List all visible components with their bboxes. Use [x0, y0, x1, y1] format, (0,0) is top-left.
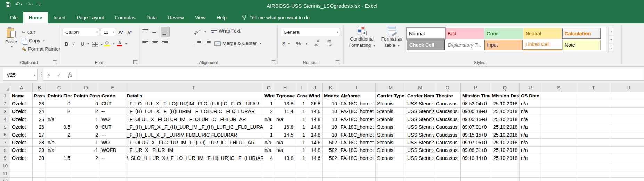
cell-O4[interactable]: Caucasus: [434, 115, 461, 123]
cell-M6[interactable]: Stennis: [376, 131, 406, 139]
cell-I8[interactable]: 1: [295, 147, 307, 154]
cell-F3[interactable]: _F_(H)_LUL_X _F_(H)LURIM _F_LOLURIC _FLO…: [125, 108, 263, 115]
cell-O2[interactable]: Caucasus: [434, 100, 461, 107]
cell-O11[interactable]: [434, 170, 461, 178]
gallery-more-icon[interactable]: ▼: [609, 44, 614, 52]
cell-M12[interactable]: [376, 178, 406, 181]
cell-O12[interactable]: [434, 178, 461, 181]
font-color-dropdown-icon[interactable]: ▾: [125, 42, 127, 45]
cell-T10[interactable]: [576, 162, 611, 170]
cell-N4[interactable]: USS Stennis: [406, 115, 434, 123]
cell-K8[interactable]: 502: [323, 147, 339, 154]
name-box[interactable]: V25 ▾: [3, 69, 38, 81]
cell-Q9[interactable]: 25.10.2018: [490, 154, 520, 162]
font-size-dropdown-icon[interactable]: ▾: [113, 31, 114, 34]
cell-R8[interactable]: n/a: [520, 147, 541, 154]
align-right-button[interactable]: [162, 40, 168, 47]
cell-G2[interactable]: 1: [263, 100, 275, 107]
cell-L6[interactable]: FA-18C_hornet: [339, 131, 376, 139]
cell-G9[interactable]: 4: [263, 154, 275, 162]
cell-H2[interactable]: 13.8: [275, 100, 295, 107]
cell-P5[interactable]: 09:07:01+0: [461, 123, 490, 131]
cell-Q1[interactable]: Mission Date: [490, 92, 520, 100]
cell-E4[interactable]: WO: [100, 115, 125, 123]
cell-I6[interactable]: 1: [295, 131, 307, 139]
cell-A10[interactable]: [10, 162, 33, 170]
cell-O6[interactable]: Caucasus: [434, 131, 461, 139]
align-bottom-button[interactable]: [161, 27, 169, 37]
cell-A12[interactable]: [10, 178, 33, 181]
cell-G4[interactable]: n/a: [263, 115, 275, 123]
cell-C8[interactable]: n/a: [46, 147, 72, 154]
cell-O5[interactable]: Caucasus: [434, 123, 461, 131]
cell-P11[interactable]: [461, 170, 490, 178]
wrap-text-button[interactable]: ↩ Wrap Text: [211, 27, 241, 35]
cell-N1[interactable]: Carrier Name: [406, 92, 434, 100]
cell-U4[interactable]: [611, 115, 644, 123]
cell-T5[interactable]: [576, 123, 611, 131]
format-as-table-button[interactable]: Format as Table ▾: [379, 26, 405, 48]
cell-A6[interactable]: Ozelot: [10, 131, 33, 139]
col-header-E[interactable]: E: [100, 83, 125, 92]
cut-button[interactable]: ✂ Cut: [22, 28, 35, 36]
cell-J5[interactable]: 14.8: [307, 123, 323, 131]
col-header-G[interactable]: G: [263, 83, 275, 92]
conditional-formatting-button[interactable]: ≠ Conditional Formatting ▾: [346, 26, 378, 48]
borders-dropdown-icon[interactable]: ▾: [101, 43, 103, 46]
cell-E2[interactable]: CUT: [100, 100, 125, 107]
cell-C4[interactable]: n/a: [46, 115, 72, 123]
cell-G11[interactable]: [263, 170, 275, 178]
cell-T2[interactable]: [576, 100, 611, 107]
row-header-2[interactable]: 2: [0, 100, 10, 107]
cell-L10[interactable]: [339, 162, 376, 170]
cell-L3[interactable]: FA-18C_hornet: [339, 108, 376, 115]
cell-R6[interactable]: n/a: [520, 131, 541, 139]
style-chip-calculation[interactable]: Calculation: [562, 28, 601, 39]
cell-T9[interactable]: [576, 154, 611, 162]
cell-T7[interactable]: [576, 139, 611, 146]
row-header-12[interactable]: 12: [0, 178, 10, 181]
grow-font-button[interactable]: A▴: [118, 28, 123, 36]
col-header-C[interactable]: C: [46, 83, 72, 92]
cell-B6[interactable]: 27: [33, 131, 46, 139]
cell-C6[interactable]: 2: [46, 131, 72, 139]
cell-B2[interactable]: 23: [33, 100, 46, 107]
cell-I10[interactable]: [295, 162, 307, 170]
cell-A3[interactable]: Ozelot: [10, 108, 33, 115]
cell-K2[interactable]: 10: [323, 100, 339, 107]
cell-D7[interactable]: 1: [72, 139, 100, 146]
cell-P12[interactable]: [461, 178, 490, 181]
col-header-B[interactable]: B: [33, 83, 46, 92]
cell-A9[interactable]: Ozelot: [10, 154, 33, 162]
cell-N7[interactable]: USS Stennis: [406, 139, 434, 146]
cell-H4[interactable]: n/a: [275, 115, 295, 123]
cell-Q11[interactable]: [490, 170, 520, 178]
cell-G8[interactable]: n/a: [263, 147, 275, 154]
cell-S1[interactable]: [541, 92, 576, 100]
cell-E9[interactable]: --: [100, 154, 125, 162]
cell-P8[interactable]: 09:08:31+0: [461, 147, 490, 154]
cell-S8[interactable]: [541, 147, 576, 154]
increase-indent-button[interactable]: →: [203, 40, 211, 47]
cell-A2[interactable]: Ozelot: [10, 100, 33, 107]
cell-T12[interactable]: [576, 178, 611, 181]
number-dialog-launcher-icon[interactable]: [336, 60, 340, 64]
cell-F4[interactable]: _FLOLUL_X _FLOLUR_IM _FLOLUR_IC _FHLUR_A…: [125, 115, 263, 123]
cell-J11[interactable]: [307, 170, 323, 178]
cell-L8[interactable]: FA-18C_hornet: [339, 147, 376, 154]
tab-view[interactable]: View: [189, 12, 211, 23]
gallery-scroll-up-icon[interactable]: ▲: [609, 27, 614, 36]
cell-C11[interactable]: [46, 170, 72, 178]
cell-F12[interactable]: [125, 178, 263, 181]
row-header-5[interactable]: 5: [0, 123, 10, 131]
col-header-A[interactable]: A: [10, 83, 33, 92]
cell-K11[interactable]: [323, 170, 339, 178]
cell-U2[interactable]: [611, 100, 644, 107]
cell-L9[interactable]: FA-18C_hornet: [339, 154, 376, 162]
cell-R4[interactable]: n/a: [520, 115, 541, 123]
col-header-I[interactable]: I: [295, 83, 307, 92]
cell-U7[interactable]: [611, 139, 644, 146]
cell-L2[interactable]: FA-18C_hornet: [339, 100, 376, 107]
cell-U8[interactable]: [611, 147, 644, 154]
cell-G1[interactable]: Wire: [263, 92, 275, 100]
